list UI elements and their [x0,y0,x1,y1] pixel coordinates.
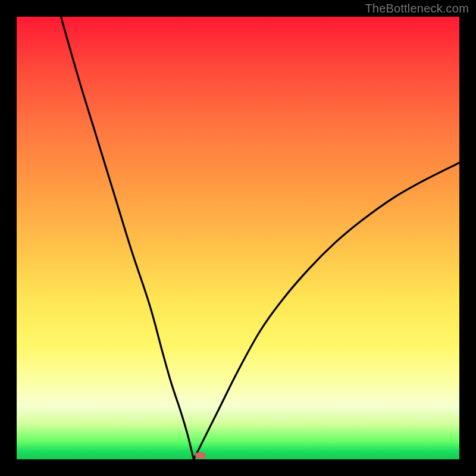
plot-area [17,17,459,459]
chart-frame: TheBottleneck.com [0,0,476,476]
bottleneck-curve [17,17,459,459]
notch-marker [195,452,206,459]
watermark-text: TheBottleneck.com [365,2,469,15]
